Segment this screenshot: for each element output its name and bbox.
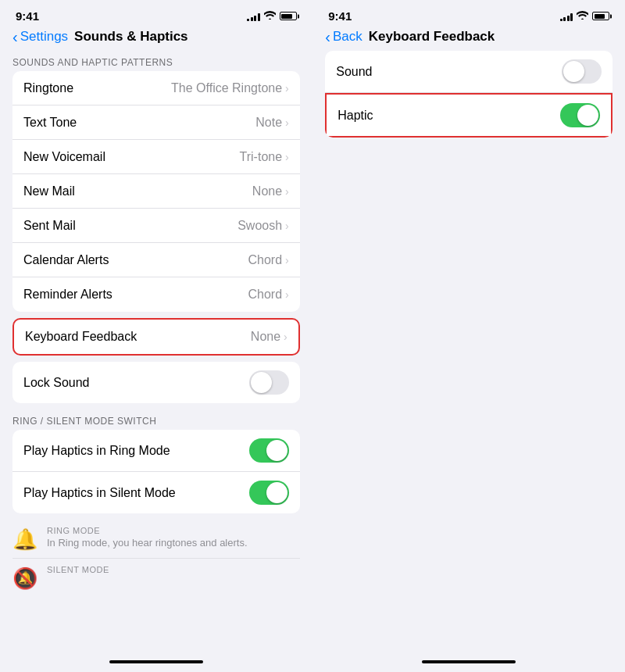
right-back-button[interactable]: ‹ Back xyxy=(325,29,362,45)
sound-toggle-item[interactable]: Sound xyxy=(325,51,612,93)
ringtone-label: Ringtone xyxy=(23,81,73,95)
sent-mail-label: Sent Mail xyxy=(23,219,76,233)
bell-icon: 🔔 xyxy=(12,527,38,552)
right-nav-title: Keyboard Feedback xyxy=(369,29,495,45)
new-mail-value: None xyxy=(252,184,282,198)
ringtone-right: The Office Ringtone › xyxy=(171,81,289,95)
haptic-label: Haptic xyxy=(338,109,373,123)
battery-icon xyxy=(280,12,297,20)
play-haptics-ring-knob xyxy=(266,440,288,461)
play-haptics-silent-item[interactable]: Play Haptics in Silent Mode xyxy=(12,472,300,513)
lock-sound-toggle[interactable] xyxy=(249,370,289,395)
haptic-toggle-item[interactable]: Haptic xyxy=(325,93,612,138)
haptic-toggle-knob xyxy=(577,105,598,126)
sound-label: Sound xyxy=(336,65,372,79)
lock-sound-card: Lock Sound xyxy=(12,362,300,403)
haptic-toggle[interactable] xyxy=(560,103,600,127)
ring-mode-footer: 🔔 RING MODE In Ring mode, you hear ringt… xyxy=(0,520,312,558)
right-back-chevron-icon: ‹ xyxy=(325,29,330,45)
new-voicemail-right: Tri-tone › xyxy=(240,150,289,164)
left-home-indicator xyxy=(0,656,312,672)
section2-label: RING / SILENT MODE SWITCH xyxy=(0,409,312,430)
settings-back-button[interactable]: ‹ Settings xyxy=(12,29,68,45)
text-tone-right: Note › xyxy=(255,116,288,130)
sent-mail-value: Swoosh xyxy=(238,219,282,233)
keyboard-feedback-card[interactable]: Keyboard Feedback None › xyxy=(12,318,300,356)
play-haptics-silent-toggle[interactable] xyxy=(249,481,289,505)
new-mail-item[interactable]: New Mail None › xyxy=(12,174,300,209)
new-mail-right: None › xyxy=(252,184,289,198)
keyboard-feedback-right: None › xyxy=(251,330,288,344)
sound-toggle-knob xyxy=(563,61,584,82)
play-haptics-ring-label: Play Haptics in Ring Mode xyxy=(23,444,170,458)
keyboard-feedback-label: Keyboard Feedback xyxy=(25,330,137,344)
calendar-alerts-item[interactable]: Calendar Alerts Chord › xyxy=(12,243,300,277)
calendar-alerts-chevron: › xyxy=(285,254,289,266)
left-time: 9:41 xyxy=(16,9,39,23)
new-voicemail-value: Tri-tone xyxy=(240,150,283,164)
right-home-indicator xyxy=(312,656,625,672)
reminder-alerts-chevron: › xyxy=(285,288,289,301)
right-back-label: Back xyxy=(333,29,362,45)
left-scroll[interactable]: SOUNDS AND HAPTIC PATTERNS Ringtone The … xyxy=(0,51,312,656)
right-wifi-icon xyxy=(577,10,588,22)
text-tone-item[interactable]: Text Tone Note › xyxy=(12,105,300,140)
ringtone-item[interactable]: Ringtone The Office Ringtone › xyxy=(12,71,300,105)
keyboard-feedback-item[interactable]: Keyboard Feedback None › xyxy=(14,320,298,354)
right-home-bar xyxy=(422,660,516,663)
right-nav-bar: ‹ Back Keyboard Feedback xyxy=(312,26,625,51)
ring-mode-label: RING MODE xyxy=(47,526,300,535)
silent-mode-text: SILENT MODE xyxy=(47,565,300,574)
right-battery-icon xyxy=(592,12,609,20)
calendar-alerts-right: Chord › xyxy=(248,253,289,267)
play-haptics-silent-knob xyxy=(266,482,288,503)
lock-sound-item[interactable]: Lock Sound xyxy=(12,362,300,403)
sounds-list: Ringtone The Office Ringtone › Text Tone… xyxy=(12,71,300,312)
left-panel: 9:41 ‹ Settings Sounds & Haptics SOUNDS xyxy=(0,0,312,672)
right-content: Sound Haptic xyxy=(312,51,625,354)
sent-mail-right: Swoosh › xyxy=(238,219,289,233)
play-haptics-ring-toggle[interactable] xyxy=(249,438,289,463)
ringtone-chevron: › xyxy=(285,82,289,95)
new-voicemail-chevron: › xyxy=(285,151,289,163)
back-chevron-icon: ‹ xyxy=(12,29,18,45)
new-mail-label: New Mail xyxy=(23,184,75,198)
right-time: 9:41 xyxy=(328,9,352,23)
keyboard-feedback-value: None xyxy=(251,330,280,344)
back-label: Settings xyxy=(20,29,68,45)
ring-mode-desc: In Ring mode, you hear ringtones and ale… xyxy=(47,537,300,549)
keyboard-feedback-options-card: Sound Haptic xyxy=(325,51,612,138)
lock-sound-toggle-knob xyxy=(251,372,272,393)
silent-mode-footer: 🔕 SILENT MODE xyxy=(0,559,312,597)
signal-icon xyxy=(247,12,260,21)
left-status-bar: 9:41 xyxy=(0,0,312,26)
left-status-icons xyxy=(247,10,297,22)
right-signal-icon xyxy=(560,12,573,21)
lock-sound-label: Lock Sound xyxy=(23,376,90,390)
calendar-alerts-value: Chord xyxy=(248,253,283,267)
text-tone-value: Note xyxy=(255,116,282,130)
text-tone-chevron: › xyxy=(285,116,289,129)
left-home-bar xyxy=(109,660,203,663)
sent-mail-item[interactable]: Sent Mail Swoosh › xyxy=(12,209,300,243)
sent-mail-chevron: › xyxy=(285,220,289,232)
ringtone-value: The Office Ringtone xyxy=(171,81,282,95)
sound-toggle[interactable] xyxy=(562,59,602,84)
bell-slash-icon: 🔕 xyxy=(12,567,38,591)
reminder-alerts-value: Chord xyxy=(248,288,283,302)
section1-label: SOUNDS AND HAPTIC PATTERNS xyxy=(0,51,312,71)
left-nav-title: Sounds & Haptics xyxy=(74,29,188,45)
play-haptics-ring-item[interactable]: Play Haptics in Ring Mode xyxy=(12,430,300,472)
new-voicemail-label: New Voicemail xyxy=(23,150,105,164)
right-panel: 9:41 ‹ Back Keyboard Feedback xyxy=(312,0,625,672)
new-voicemail-item[interactable]: New Voicemail Tri-tone › xyxy=(12,140,300,174)
reminder-alerts-label: Reminder Alerts xyxy=(23,288,112,302)
reminder-alerts-item[interactable]: Reminder Alerts Chord › xyxy=(12,277,300,312)
play-haptics-silent-label: Play Haptics in Silent Mode xyxy=(23,486,176,500)
reminder-alerts-right: Chord › xyxy=(248,288,289,302)
new-mail-chevron: › xyxy=(285,185,289,198)
keyboard-feedback-chevron: › xyxy=(284,331,288,343)
calendar-alerts-label: Calendar Alerts xyxy=(23,253,109,267)
ring-mode-text: RING MODE In Ring mode, you hear rington… xyxy=(47,526,300,549)
ring-silent-list: Play Haptics in Ring Mode Play Haptics i… xyxy=(12,430,300,513)
